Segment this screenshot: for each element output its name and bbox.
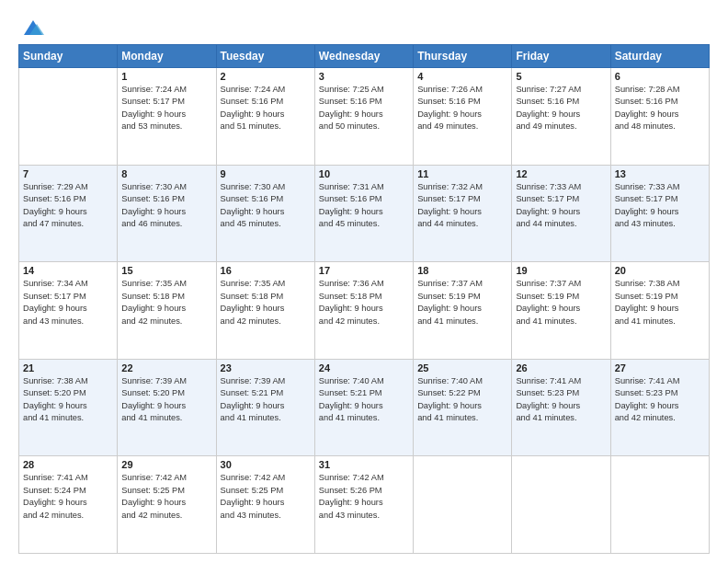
day-info: Sunrise: 7:29 AMSunset: 5:16 PMDaylight:… (23, 181, 113, 231)
day-info: Sunrise: 7:32 AMSunset: 5:17 PMDaylight:… (417, 181, 507, 231)
day-info: Sunrise: 7:24 AMSunset: 5:17 PMDaylight:… (121, 84, 211, 133)
day-number: 15 (121, 265, 211, 276)
day-info: Sunrise: 7:31 AMSunset: 5:16 PMDaylight:… (319, 181, 409, 231)
calendar-cell: 12Sunrise: 7:33 AMSunset: 5:17 PMDayligh… (512, 165, 610, 262)
calendar-week-4: 21Sunrise: 7:38 AMSunset: 5:20 PMDayligh… (19, 359, 710, 456)
day-number: 8 (121, 168, 211, 179)
calendar-cell: 25Sunrise: 7:40 AMSunset: 5:22 PMDayligh… (414, 359, 512, 456)
day-number: 12 (516, 168, 606, 179)
day-number: 31 (319, 459, 409, 470)
day-info: Sunrise: 7:42 AMSunset: 5:25 PMDaylight:… (221, 472, 311, 522)
day-info: Sunrise: 7:30 AMSunset: 5:16 PMDaylight:… (121, 181, 211, 231)
calendar-cell: 22Sunrise: 7:39 AMSunset: 5:20 PMDayligh… (118, 359, 216, 456)
day-number: 29 (121, 459, 211, 470)
day-number: 28 (23, 459, 113, 470)
calendar-cell: 4Sunrise: 7:26 AMSunset: 5:16 PMDaylight… (414, 68, 512, 166)
calendar-week-5: 28Sunrise: 7:41 AMSunset: 5:24 PMDayligh… (19, 456, 710, 554)
day-number: 24 (319, 362, 409, 373)
day-info: Sunrise: 7:40 AMSunset: 5:22 PMDaylight:… (417, 375, 507, 425)
calendar-cell: 26Sunrise: 7:41 AMSunset: 5:23 PMDayligh… (512, 359, 610, 456)
calendar-cell: 19Sunrise: 7:37 AMSunset: 5:19 PMDayligh… (512, 262, 610, 360)
day-info: Sunrise: 7:41 AMSunset: 5:23 PMDaylight:… (615, 375, 705, 425)
calendar-week-1: 1Sunrise: 7:24 AMSunset: 5:17 PMDaylight… (19, 68, 710, 166)
day-number: 18 (417, 265, 507, 276)
day-info: Sunrise: 7:40 AMSunset: 5:21 PMDaylight:… (319, 375, 409, 425)
calendar-cell: 30Sunrise: 7:42 AMSunset: 5:25 PMDayligh… (216, 456, 314, 554)
calendar-cell: 1Sunrise: 7:24 AMSunset: 5:17 PMDaylight… (118, 68, 216, 166)
day-info: Sunrise: 7:41 AMSunset: 5:24 PMDaylight:… (23, 472, 113, 522)
day-number: 9 (221, 168, 311, 179)
calendar-cell: 18Sunrise: 7:37 AMSunset: 5:19 PMDayligh… (414, 262, 512, 360)
day-number: 23 (221, 362, 311, 373)
day-number: 3 (319, 71, 409, 82)
calendar-cell: 16Sunrise: 7:35 AMSunset: 5:18 PMDayligh… (216, 262, 314, 360)
day-info: Sunrise: 7:42 AMSunset: 5:26 PMDaylight:… (319, 472, 409, 522)
header (18, 15, 710, 40)
day-number: 30 (221, 459, 311, 470)
calendar-cell: 13Sunrise: 7:33 AMSunset: 5:17 PMDayligh… (610, 165, 709, 262)
calendar-cell (512, 456, 610, 554)
calendar-header-monday: Monday (118, 45, 216, 68)
calendar-cell: 5Sunrise: 7:27 AMSunset: 5:16 PMDaylight… (512, 68, 610, 166)
day-number: 25 (417, 362, 507, 373)
calendar-cell: 15Sunrise: 7:35 AMSunset: 5:18 PMDayligh… (118, 262, 216, 360)
calendar-cell: 8Sunrise: 7:30 AMSunset: 5:16 PMDaylight… (118, 165, 216, 262)
day-number: 4 (417, 71, 507, 82)
calendar-cell: 29Sunrise: 7:42 AMSunset: 5:25 PMDayligh… (118, 456, 216, 554)
day-number: 20 (615, 265, 705, 276)
day-info: Sunrise: 7:26 AMSunset: 5:16 PMDaylight:… (417, 84, 507, 133)
calendar-cell: 24Sunrise: 7:40 AMSunset: 5:21 PMDayligh… (314, 359, 413, 456)
calendar-header-sunday: Sunday (19, 45, 118, 68)
day-info: Sunrise: 7:37 AMSunset: 5:19 PMDaylight:… (516, 278, 606, 327)
calendar-cell (19, 68, 118, 166)
calendar-cell: 9Sunrise: 7:30 AMSunset: 5:16 PMDaylight… (216, 165, 314, 262)
calendar-header-wednesday: Wednesday (314, 45, 413, 68)
calendar-cell: 14Sunrise: 7:34 AMSunset: 5:17 PMDayligh… (19, 262, 118, 360)
day-number: 19 (516, 265, 606, 276)
day-number: 21 (23, 362, 113, 373)
calendar-cell (414, 456, 512, 554)
day-number: 27 (615, 362, 705, 373)
day-number: 2 (221, 71, 311, 82)
day-info: Sunrise: 7:39 AMSunset: 5:20 PMDaylight:… (121, 375, 211, 425)
page: SundayMondayTuesdayWednesdayThursdayFrid… (0, 0, 728, 563)
day-info: Sunrise: 7:27 AMSunset: 5:16 PMDaylight:… (516, 84, 606, 133)
calendar-cell: 3Sunrise: 7:25 AMSunset: 5:16 PMDaylight… (314, 68, 413, 166)
day-info: Sunrise: 7:39 AMSunset: 5:21 PMDaylight:… (221, 375, 311, 425)
day-number: 1 (121, 71, 211, 82)
calendar-cell: 31Sunrise: 7:42 AMSunset: 5:26 PMDayligh… (314, 456, 413, 554)
calendar-header-friday: Friday (512, 45, 610, 68)
calendar-header-row: SundayMondayTuesdayWednesdayThursdayFrid… (19, 45, 710, 68)
calendar-cell: 11Sunrise: 7:32 AMSunset: 5:17 PMDayligh… (414, 165, 512, 262)
day-number: 16 (221, 265, 311, 276)
calendar-header-tuesday: Tuesday (216, 45, 314, 68)
logo (18, 15, 46, 40)
day-number: 11 (417, 168, 507, 179)
calendar-table: SundayMondayTuesdayWednesdayThursdayFrid… (18, 44, 710, 554)
day-info: Sunrise: 7:35 AMSunset: 5:18 PMDaylight:… (221, 278, 311, 327)
calendar-header-saturday: Saturday (610, 45, 709, 68)
day-number: 26 (516, 362, 606, 373)
calendar-cell: 6Sunrise: 7:28 AMSunset: 5:16 PMDaylight… (610, 68, 709, 166)
calendar-week-2: 7Sunrise: 7:29 AMSunset: 5:16 PMDaylight… (19, 165, 710, 262)
day-info: Sunrise: 7:42 AMSunset: 5:25 PMDaylight:… (121, 472, 211, 522)
day-info: Sunrise: 7:33 AMSunset: 5:17 PMDaylight:… (516, 181, 606, 231)
day-number: 10 (319, 168, 409, 179)
day-number: 17 (319, 265, 409, 276)
day-number: 6 (615, 71, 705, 82)
day-info: Sunrise: 7:38 AMSunset: 5:19 PMDaylight:… (615, 278, 705, 327)
calendar-cell: 20Sunrise: 7:38 AMSunset: 5:19 PMDayligh… (610, 262, 709, 360)
day-info: Sunrise: 7:41 AMSunset: 5:23 PMDaylight:… (516, 375, 606, 425)
day-number: 14 (23, 265, 113, 276)
day-number: 7 (23, 168, 113, 179)
day-number: 13 (615, 168, 705, 179)
calendar-cell (610, 456, 709, 554)
day-info: Sunrise: 7:35 AMSunset: 5:18 PMDaylight:… (121, 278, 211, 327)
calendar-cell: 28Sunrise: 7:41 AMSunset: 5:24 PMDayligh… (19, 456, 118, 554)
logo-icon (20, 15, 46, 40)
day-info: Sunrise: 7:33 AMSunset: 5:17 PMDaylight:… (615, 181, 705, 231)
calendar-cell: 17Sunrise: 7:36 AMSunset: 5:18 PMDayligh… (314, 262, 413, 360)
day-info: Sunrise: 7:37 AMSunset: 5:19 PMDaylight:… (417, 278, 507, 327)
calendar-cell: 2Sunrise: 7:24 AMSunset: 5:16 PMDaylight… (216, 68, 314, 166)
calendar-header-thursday: Thursday (414, 45, 512, 68)
